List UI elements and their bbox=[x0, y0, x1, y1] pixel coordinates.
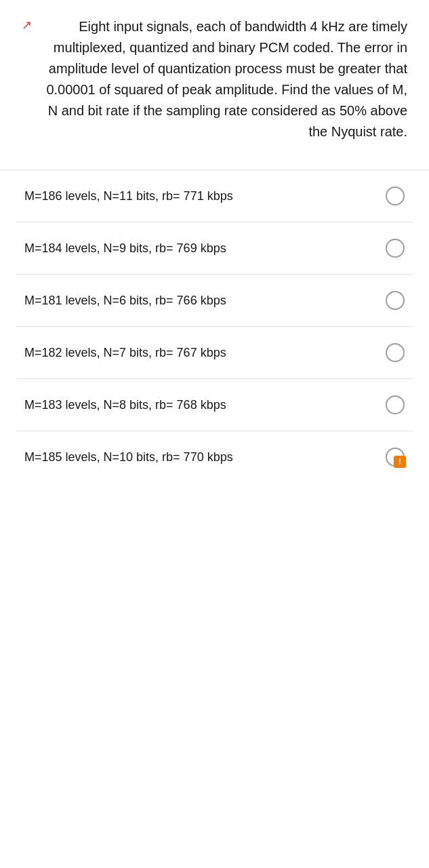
option-text-6: M=185 levels, N=10 bits, rb= 770 kbps bbox=[24, 448, 386, 467]
radio-circle-4[interactable] bbox=[386, 343, 405, 362]
radio-circle-2[interactable] bbox=[386, 239, 405, 258]
option-item-4[interactable]: M=182 levels, N=7 bits, rb= 767 kbps bbox=[16, 327, 413, 379]
radio-with-feedback-6[interactable]: ! bbox=[386, 448, 405, 467]
question-header: ↗ Eight input signals, each of bandwidth… bbox=[22, 16, 407, 142]
option-text-5: M=183 levels, N=8 bits, rb= 768 kbps bbox=[24, 396, 386, 414]
option-item-2[interactable]: M=184 levels, N=9 bits, rb= 769 kbps bbox=[16, 222, 413, 275]
option-text-4: M=182 levels, N=7 bits, rb= 767 kbps bbox=[24, 344, 386, 362]
arrow-icon: ↗ bbox=[22, 18, 32, 33]
option-item-3[interactable]: M=181 levels, N=6 bits, rb= 766 kbps bbox=[16, 275, 413, 327]
option-item-6[interactable]: M=185 levels, N=10 bits, rb= 770 kbps! bbox=[16, 431, 413, 483]
option-item-5[interactable]: M=183 levels, N=8 bits, rb= 768 kbps bbox=[16, 379, 413, 431]
option-text-3: M=181 levels, N=6 bits, rb= 766 kbps bbox=[24, 292, 386, 310]
radio-circle-5[interactable] bbox=[386, 395, 405, 414]
radio-circle-1[interactable] bbox=[386, 186, 405, 205]
options-section: M=186 levels, N=11 bits, rb= 771 kbpsM=1… bbox=[0, 170, 429, 483]
option-item-1[interactable]: M=186 levels, N=11 bits, rb= 771 kbps bbox=[16, 170, 413, 222]
option-text-2: M=184 levels, N=9 bits, rb= 769 kbps bbox=[24, 239, 386, 258]
option-text-1: M=186 levels, N=11 bits, rb= 771 kbps bbox=[24, 187, 386, 205]
radio-circle-3[interactable] bbox=[386, 291, 405, 310]
question-text: Eight input signals, each of bandwidth 4… bbox=[37, 16, 407, 142]
feedback-badge: ! bbox=[394, 456, 406, 468]
question-section: ↗ Eight input signals, each of bandwidth… bbox=[0, 0, 429, 170]
